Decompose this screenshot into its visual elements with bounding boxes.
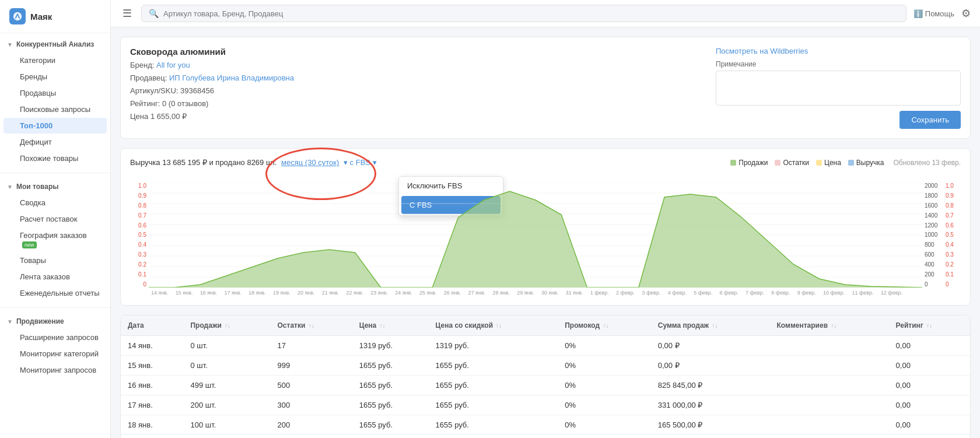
product-seller: Продавец: ИП Голубева Ирина Владимировна — [130, 72, 706, 85]
chevron-down-icon-3: ▼ — [7, 318, 13, 325]
chart-updated: Обновлено 13 февр. — [893, 159, 961, 167]
wb-link[interactable]: Посмотреть на Wildberries — [716, 47, 961, 55]
sidebar-item-goods[interactable]: Товары — [4, 253, 107, 268]
cell-total_sales: 0,00 ₽ — [651, 356, 770, 376]
cell-total_sales: 331 000,00 ₽ — [651, 395, 770, 415]
sidebar-item-top1000[interactable]: Топ-1000 — [4, 118, 107, 134]
cell-stock: 300 — [271, 395, 352, 415]
sidebar-item-categories[interactable]: Категории — [4, 52, 107, 68]
table-row: 14 янв.0 шт.171319 руб.1319 руб.0%0,00 ₽… — [121, 336, 970, 356]
col-sales[interactable]: Продажи ↑↓ — [183, 316, 270, 336]
sidebar-item-order-feed[interactable]: Лента заказов — [4, 269, 107, 285]
settings-button[interactable]: ⚙ — [961, 7, 971, 20]
cell-promo: 0% — [558, 336, 651, 356]
sidebar-item-similar[interactable]: Похожие товары — [4, 150, 107, 166]
sidebar-item-summary[interactable]: Сводка — [4, 195, 107, 211]
chart-fbs-toggle[interactable]: ▾ с FBS ▾ — [344, 158, 377, 167]
col-price[interactable]: Цена ↑↓ — [352, 316, 429, 336]
cell-stock: 200 — [271, 415, 352, 435]
sidebar-divider-2 — [0, 307, 110, 308]
save-button[interactable]: Сохранить — [900, 111, 961, 129]
cell-rating: 0,00 — [889, 356, 970, 376]
sidebar-item-brands[interactable]: Бренды — [4, 69, 107, 85]
chart-with-axes: 1.00.90.80.70.60.50.40.30.20.10 — [130, 183, 961, 288]
cell-comments — [770, 435, 889, 439]
sidebar-item-weekly-reports[interactable]: Еженедельные отчеты — [4, 285, 107, 301]
cell-price: 1319 руб. — [352, 336, 429, 356]
sidebar-item-search-queries[interactable]: Поисковые запросы — [4, 101, 107, 117]
col-date[interactable]: Дата — [121, 316, 183, 336]
promotion-header[interactable]: ▼ Продвижение — [0, 314, 110, 329]
my-goods-header[interactable]: ▼ Мои товары — [0, 179, 110, 194]
table-row: 17 янв.200 шт.3001655 руб.1655 руб.0%331… — [121, 395, 970, 415]
legend-revenue: Выручка — [848, 159, 884, 167]
cell-promo_price: 1655 руб. — [429, 395, 558, 415]
cell-date: 16 янв. — [121, 376, 183, 395]
table-row: 16 янв.499 шт.5001655 руб.1655 руб.0%825… — [121, 376, 970, 395]
competitive-analysis-header[interactable]: ▼ Конкурентный Анализ — [0, 37, 110, 52]
legend-stock: Остатки — [775, 159, 809, 167]
chart-period-link[interactable]: месяц (30 суток) — [281, 158, 339, 167]
product-card: Сковорода алюминий Бренд: All for you Пр… — [120, 37, 971, 139]
logo[interactable]: Маяк — [0, 0, 110, 33]
cell-date: 19 янв. — [121, 435, 183, 439]
cell-price: 1655 руб. — [352, 415, 429, 435]
table-row: 18 янв.100 шт.2001655 руб.1655 руб.0%165… — [121, 415, 970, 435]
cell-rating: 0,00 — [889, 395, 970, 415]
cell-price: 1655 руб. — [352, 356, 429, 376]
cell-comments — [770, 336, 889, 356]
legend-sales-dot — [730, 160, 736, 166]
promotion-section: ▼ Продвижение Расширение запросов Монито… — [0, 310, 110, 382]
hamburger-button[interactable]: ☰ — [120, 5, 134, 22]
search-input[interactable] — [163, 9, 899, 18]
chart-svg-wrapper — [149, 183, 922, 288]
sidebar-item-expand-queries[interactable]: Расширение запросов — [4, 330, 107, 345]
sidebar-item-monitor-categories[interactable]: Мониторинг категорий — [4, 346, 107, 362]
cell-price: 1655 руб. — [352, 395, 429, 415]
product-sku: Артикул/SKU: 39368456 — [130, 85, 706, 97]
cell-sales: 499 шт. — [183, 376, 270, 395]
new-badge: new — [22, 241, 37, 248]
sidebar-item-supply-calc[interactable]: Расчет поставок — [4, 211, 107, 227]
cell-sales: 200 шт. — [183, 395, 270, 415]
cell-total_sales: 165 500,00 ₽ — [651, 435, 770, 439]
sidebar-item-deficit[interactable]: Дефицит — [4, 134, 107, 150]
sidebar: Маяк ▼ Конкурентный Анализ Категории Бре… — [0, 0, 111, 438]
x-axis-labels: 14 янв.15 янв.16 янв.17 янв.18 янв.19 ян… — [130, 288, 961, 296]
cell-rating: 0,00 — [889, 415, 970, 435]
cell-date: 17 янв. — [121, 395, 183, 415]
seller-link[interactable]: ИП Голубева Ирина Владимировна — [169, 73, 294, 82]
col-total-sales[interactable]: Сумма продаж ↑↓ — [651, 316, 770, 336]
col-promo[interactable]: Промокод ↑↓ — [558, 316, 651, 336]
sidebar-item-sellers[interactable]: Продавцы — [4, 85, 107, 101]
help-icon: ℹ️ — [914, 9, 923, 18]
cell-promo_price: 1655 руб. — [429, 376, 558, 395]
sidebar-item-geo-orders[interactable]: География заказов new — [4, 227, 107, 252]
brand-link[interactable]: All for you — [156, 61, 190, 69]
legend-price-dot — [816, 160, 822, 166]
col-comments[interactable]: Комментариев ↑↓ — [770, 316, 889, 336]
table-row: 15 янв.0 шт.9991655 руб.1655 руб.0%0,00 … — [121, 356, 970, 376]
col-rating[interactable]: Рейтинг ↑↓ — [889, 316, 970, 336]
note-textarea[interactable] — [716, 71, 961, 106]
cell-promo: 0% — [558, 356, 651, 376]
search-icon: 🔍 — [149, 9, 159, 18]
cell-date: 14 янв. — [121, 336, 183, 356]
sidebar-divider-1 — [0, 173, 110, 173]
sidebar-item-monitor-queries[interactable]: Мониторинг запросов — [4, 362, 107, 378]
cell-promo: 0% — [558, 415, 651, 435]
cell-promo: 0% — [558, 376, 651, 395]
data-table: Дата Продажи ↑↓ Остатки ↑↓ Цена ↑↓ Цена … — [120, 315, 971, 438]
help-button[interactable]: ℹ️ Помощь — [914, 9, 954, 18]
cell-rating: 0,00 — [889, 336, 970, 356]
chart-header: Выручка 13 685 195 ₽ и продано 8269 шт. … — [130, 158, 961, 167]
note-label: Примечание — [716, 60, 961, 68]
product-info: Сковорода алюминий Бренд: All for you Пр… — [130, 47, 706, 129]
chart-title-prefix: Выручка 13 685 195 ₽ и продано 8269 шт. — [130, 158, 276, 167]
cell-sales: 100 шт. — [183, 435, 270, 439]
col-promo-price[interactable]: Цена со скидкой ↑↓ — [429, 316, 558, 336]
col-stock[interactable]: Остатки ↑↓ — [271, 316, 352, 336]
product-side: Посмотреть на Wildberries Примечание Сох… — [716, 47, 961, 129]
product-title: Сковорода алюминий — [130, 47, 706, 57]
table-row: 19 янв.100 шт.1001655 руб.1655 руб.0%165… — [121, 435, 970, 439]
